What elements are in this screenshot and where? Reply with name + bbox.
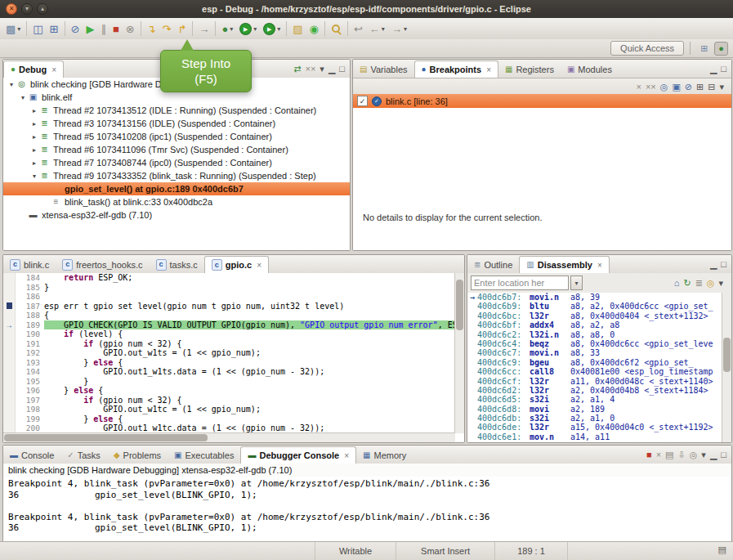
skip-all-breakpoints-button[interactable]: ⊘ <box>68 20 83 38</box>
disassembly-line[interactable]: 400dc6c9:bgeua8, 0x400dc6f2 <gpio_set_ <box>467 358 722 367</box>
debug-tree-row[interactable]: ▾≣Thread #9 1073433352 (blink_task : Run… <box>3 169 350 182</box>
editor-line[interactable]: 188{ <box>3 311 455 320</box>
annotation-column[interactable] <box>3 302 16 311</box>
disassembly-line[interactable]: 400dc6c4:beqza8, 0x400dc6cc <gpio_set_le… <box>467 339 722 348</box>
editor-line[interactable]: 185} <box>3 283 455 293</box>
tab-variables[interactable]: ▤Variables <box>353 60 414 78</box>
show-breakpoints-for-selection-button[interactable]: ◎ <box>659 82 670 92</box>
annotation-column[interactable] <box>3 367 16 377</box>
terminate-button[interactable]: ■ <box>110 20 123 38</box>
tab-outline[interactable]: ≣Outline <box>467 256 519 273</box>
disassembly-line[interactable]: 400dc6cc:call80x40081e00 <esp_log_timest… <box>467 367 722 376</box>
resume-button[interactable]: ▶ <box>83 20 97 38</box>
maximize-button[interactable]: ▴ <box>37 3 48 15</box>
twistie-icon[interactable]: ▸ <box>29 146 39 154</box>
editor-line[interactable]: 184 return ESP_OK; <box>3 273 455 283</box>
back-button[interactable]: ←▾ <box>366 20 388 38</box>
new-wizard-button[interactable]: ▩▾ <box>2 20 24 38</box>
annotation-column[interactable] <box>3 311 16 320</box>
breakpoint-row[interactable]: ✓ ✓ blink.c [line: 36] <box>353 94 731 108</box>
view-menu-button[interactable]: ▾ <box>717 82 726 92</box>
annotation-column[interactable] <box>3 386 16 396</box>
disassembly-line[interactable]: 400dc6de:l32ra15, 0x400d04c0 <_stext+119… <box>467 423 722 432</box>
view-menu-button[interactable]: ▾ <box>318 64 326 74</box>
maximize-view-button[interactable]: □ <box>719 450 728 460</box>
forward-button[interactable]: →▾ <box>388 20 410 38</box>
collapse-all-button[interactable]: ⊟ <box>706 82 717 92</box>
editor-line[interactable]: 193 } else { <box>3 358 455 368</box>
close-button[interactable]: ✕ <box>6 3 17 15</box>
tab-problems[interactable]: ◆Problems <box>107 446 168 464</box>
instruction-stepping-button[interactable]: → <box>195 20 212 38</box>
minimize-view-button[interactable]: ▁ <box>708 450 718 460</box>
debug-perspective-button[interactable]: ● <box>714 42 728 56</box>
tab-debugger-console[interactable]: ▬Debugger Console× <box>240 446 356 464</box>
view-menu-button[interactable]: ▾ <box>717 278 725 289</box>
clear-console-button[interactable]: ▤ <box>664 450 675 460</box>
new-cpp-project-button[interactable]: ▨ <box>289 20 306 38</box>
disassembly-line[interactable]: 400dc6bc:l32ra8, 0x400d0404 <_stext+1132… <box>467 311 722 320</box>
editor-line[interactable]: 196 } else { <box>3 386 455 396</box>
maximize-view-button[interactable]: □ <box>719 64 728 74</box>
skip-all-breakpoints-button[interactable]: ⊘ <box>683 82 694 92</box>
terminate-console-button[interactable]: ■ <box>645 450 654 460</box>
step-over-button[interactable]: ↷ <box>159 20 175 38</box>
disassembly-line[interactable]: 400dc6d2:l32ra2, 0x400d04b8 <_stext+1184… <box>467 386 722 395</box>
annotation-column[interactable] <box>3 396 16 405</box>
pin-console-button[interactable]: ◎ <box>688 450 699 460</box>
remove-breakpoint-button[interactable]: × <box>635 82 643 92</box>
tab-gpio-c[interactable]: cgpio.c× <box>204 256 269 273</box>
annotation-column[interactable] <box>3 339 16 349</box>
editor-line[interactable]: 198 GPIO.out_w1tc = (1 << gpio_num); <box>3 405 455 414</box>
disassembly-line[interactable]: 400dc6d5:s32ia2, a1, 4 <box>467 395 722 404</box>
location-dropdown-button[interactable]: ▾ <box>570 276 583 290</box>
suspend-button[interactable]: ∥ <box>97 20 110 38</box>
tab-freertos-hooks-c[interactable]: cfreertos_hooks.c <box>56 256 149 273</box>
last-edit-location-button[interactable]: ↩ <box>351 20 366 38</box>
tab-executables[interactable]: ▣Executables <box>168 446 240 464</box>
twistie-icon[interactable]: ▸ <box>29 133 39 141</box>
tab-memory[interactable]: ▦Memory <box>356 446 413 464</box>
disassembly-vertical-scrollbar-thumb[interactable] <box>723 338 731 372</box>
disconnect-button[interactable]: ⊗ <box>123 20 138 38</box>
twistie-icon[interactable]: ▸ <box>29 107 39 114</box>
search-button[interactable] <box>328 20 345 38</box>
disassembly-line[interactable]: 400dc6b9:bltua8, a2, 0x400dc6cc <gpio_se… <box>467 302 722 311</box>
tab-debug[interactable]: ●Debug× <box>3 60 64 78</box>
twistie-icon[interactable]: ▸ <box>29 159 39 167</box>
step-into-button[interactable]: ↴ <box>144 20 159 38</box>
twistie-icon[interactable]: ▸ <box>29 120 39 128</box>
scroll-lock-button[interactable]: ⇩ <box>677 450 687 460</box>
remove-all-breakpoints-button[interactable]: ×× <box>644 82 658 92</box>
quick-access-button[interactable]: Quick Access <box>610 41 684 56</box>
editor-line[interactable]: 192 GPIO.out_w1ts = (1 << gpio_num); <box>3 348 455 358</box>
disassembly-line[interactable]: 400dc6db:s32ia2, a1, 0 <box>467 414 722 423</box>
breakpoint-checkbox[interactable]: ✓ <box>357 96 368 106</box>
annotation-column[interactable] <box>3 329 16 339</box>
disassembly-line[interactable]: →400dc6b7:movi.na8, 39 <box>467 293 722 302</box>
tab-tasks-c[interactable]: ctasks.c <box>150 256 204 273</box>
minimize-view-button[interactable]: ▁ <box>708 64 718 74</box>
console-output[interactable]: Breakpoint 4, blink_task (pvParameter=0x… <box>3 477 731 542</box>
annotation-column[interactable] <box>3 405 16 414</box>
editor-line[interactable]: 187esp_err_t gpio_set_level(gpio_num_t g… <box>3 302 455 311</box>
disassembly-vertical-scrollbar[interactable] <box>722 293 731 442</box>
connect-process-button[interactable]: ⇄ <box>292 64 302 74</box>
disassembly-lines[interactable]: →400dc6b7:movi.na8, 39400dc6b9:bltua8, a… <box>467 293 722 442</box>
close-icon[interactable]: × <box>344 451 349 460</box>
editor-horizontal-scrollbar[interactable] <box>3 432 455 442</box>
tab-tasks[interactable]: ✓Tasks <box>60 446 107 464</box>
home-button[interactable]: ⌂ <box>673 278 682 289</box>
progress-view-button[interactable]: ▤ <box>717 544 728 555</box>
editor-line[interactable]: 186 <box>3 292 455 302</box>
close-icon[interactable]: × <box>257 261 261 270</box>
editor-vertical-scrollbar[interactable] <box>454 273 464 433</box>
tab-breakpoints[interactable]: ●Breakpoints× <box>414 60 498 78</box>
disassembly-line[interactable]: 400dc6d8:movia2, 189 <box>467 405 722 414</box>
editor-line[interactable]: 195 } <box>3 377 455 387</box>
annotation-column[interactable] <box>3 292 16 302</box>
maximize-view-button[interactable]: □ <box>337 64 346 74</box>
track-expression-button[interactable]: ◎ <box>705 278 717 289</box>
refresh-button[interactable]: ↻ <box>682 278 692 289</box>
remove-all-terminated-button[interactable]: ×× <box>303 64 317 74</box>
